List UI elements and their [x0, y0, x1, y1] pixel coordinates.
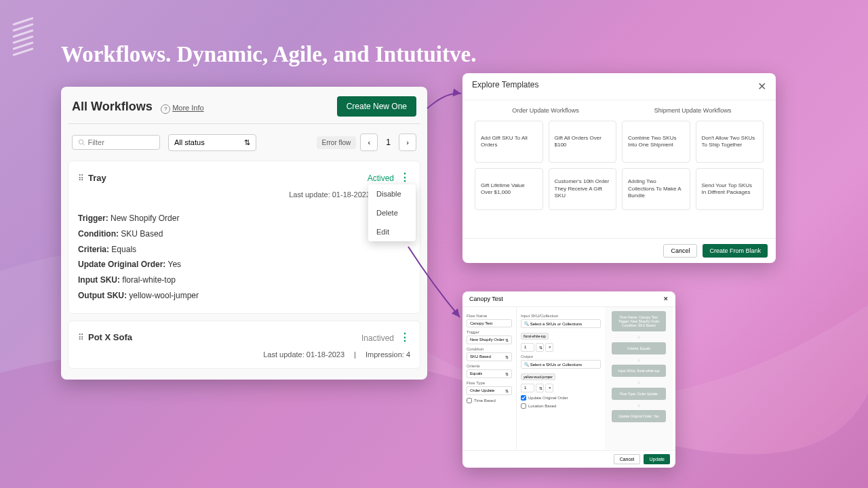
remove-tag[interactable]: × [545, 384, 553, 392]
qty-up[interactable]: ⇅ [536, 343, 544, 352]
qty-up[interactable]: ⇅ [536, 384, 544, 392]
template-card[interactable]: Don't Allow Two SKUs To Ship Together [696, 121, 764, 163]
svg-point-0 [79, 140, 83, 144]
criteria-select[interactable]: Equals⇅ [467, 369, 512, 378]
pager-number: 1 [382, 138, 395, 147]
editor-title: Canopy Test [469, 296, 503, 302]
update-button[interactable]: Update [644, 454, 670, 464]
template-card[interactable]: Gift Lifetime Value Over $1,000 [475, 168, 543, 210]
filter-input[interactable] [87, 138, 154, 146]
location-based-checkbox[interactable]: Location Based [521, 403, 601, 409]
label-input-sku: Input SKU/Collection [521, 314, 601, 318]
kebab-icon[interactable]: ⋮ [399, 331, 410, 343]
templates-modal: Explore Templates ✕ Order Update Workflo… [462, 73, 776, 263]
search-icon [78, 138, 85, 146]
svg-line-1 [83, 144, 85, 146]
status-select[interactable]: All status⇅ [168, 134, 256, 151]
time-based-checkbox[interactable]: Time Based [467, 398, 512, 403]
kebab-icon[interactable]: ⋮ [399, 171, 410, 183]
template-card[interactable]: Add Gift SKU To All Orders [475, 121, 543, 163]
menu-edit[interactable]: Edit [368, 222, 416, 241]
close-icon[interactable]: ✕ [757, 80, 766, 93]
label-flow-type: Flow Type [467, 381, 512, 385]
pager-next-button[interactable]: › [399, 134, 416, 151]
menu-disable[interactable]: Disable [368, 184, 416, 203]
update-orig-checkbox[interactable]: Update Original Order [521, 395, 601, 401]
label-flow-name: Flow Name [467, 314, 512, 318]
template-card[interactable]: Gift All Orders Over $100 [549, 121, 617, 163]
condition-select[interactable]: SKU Based⇅ [467, 352, 512, 361]
workflows-panel: All Workflows More Info Create New One A… [61, 87, 427, 380]
label-criteria: Criteria [467, 364, 512, 368]
col-title-order: Order Update Workflows [472, 107, 619, 114]
decorative-lines [12, 20, 34, 57]
flow-diagram: Flow Name: Canopy Test Trigger: New Shop… [605, 307, 673, 449]
label-condition: Condition [467, 347, 512, 351]
filter-input-wrap[interactable] [72, 135, 160, 150]
label-trigger: Trigger [467, 330, 512, 334]
workflow-name: Tray [88, 173, 106, 183]
error-flow-badge[interactable]: Error flow [317, 136, 357, 149]
chevron-updown-icon: ⇅ [244, 138, 250, 147]
flow-node: Flow Type: Order Update [612, 388, 666, 400]
flow-node: Update Original Order: Yes [612, 410, 666, 422]
workflow-details: Trigger: New Shopify Order Condition: SK… [78, 211, 410, 304]
cancel-button[interactable]: Cancel [614, 454, 641, 464]
pager-prev-button[interactable]: ‹ [360, 134, 378, 151]
workflow-name: Pot X Sofa [88, 332, 132, 342]
label-output: Output [521, 354, 601, 359]
output-search-input[interactable]: 🔍 Select a SKUs or Collections [521, 360, 601, 369]
cancel-button[interactable]: Cancel [663, 244, 697, 258]
create-new-button[interactable]: Create New One [337, 96, 416, 117]
divider-pipe: | [354, 350, 356, 359]
flow-node: Criteria: Equals [612, 342, 666, 354]
workflow-item: ⠿Pot X Sofa Inactived⋮ Last update: 01-1… [68, 321, 420, 369]
flow-name-input[interactable]: Canopy Test [467, 319, 512, 327]
workflows-title: All Workflows [72, 100, 153, 113]
editor-panel: Canopy Test ✕ Flow Name Canopy Test Trig… [462, 291, 675, 468]
sku-search-input[interactable]: 🔍 Select a SKUs or Collections [521, 319, 601, 328]
template-card[interactable]: Adding Two Collections To Make A Bundle [622, 168, 690, 210]
drag-icon[interactable]: ⠿ [78, 174, 83, 183]
status-inactived: Inactived [361, 333, 394, 343]
qty-input[interactable]: 1 [521, 384, 534, 392]
impression: Impression: 4 [366, 350, 410, 359]
flow-type-select[interactable]: Order Update⇅ [467, 386, 512, 395]
drag-icon[interactable]: ⠿ [78, 333, 83, 342]
status-actived: Actived [368, 174, 394, 183]
last-update: Last update: 01-18-2023 [289, 190, 370, 199]
page-heading: Workflows. Dynamic, Agile, and Intutuitv… [61, 42, 476, 67]
templates-title: Explore Templates [472, 80, 539, 93]
more-info-link[interactable]: More Info [161, 104, 203, 112]
remove-tag[interactable]: × [545, 343, 553, 352]
create-from-blank-button[interactable]: Create From Blank [703, 244, 768, 258]
flow-node: Input SKUs: floral-white-top [612, 365, 666, 377]
trigger-select[interactable]: New Shopify Order⇅ [467, 336, 512, 344]
template-card[interactable]: Combine Two SKUs Into One Shipment [622, 121, 690, 163]
qty-input[interactable]: 1 [521, 343, 534, 352]
connector-arrow-icon [426, 88, 467, 115]
sku-tag[interactable]: floral-white-top [521, 333, 549, 340]
close-icon[interactable]: ✕ [663, 296, 669, 302]
workflow-item: ⠿Tray Actived⋮ Last update: 01-18-2023 |… [68, 161, 420, 314]
template-card[interactable]: Customer's 10th Order They Receive A Gif… [549, 168, 617, 210]
sku-tag[interactable]: yellow-wool-jumper [521, 373, 555, 380]
last-update: Last update: 01-18-2023 [263, 350, 344, 359]
col-title-shipment: Shipment Update Workflows [619, 107, 766, 114]
flow-node: Flow Name: Canopy Test Trigger: New Shop… [612, 311, 666, 331]
template-card[interactable]: Send Your Top SKUs In Diffrent Packages [696, 168, 764, 210]
menu-delete[interactable]: Delete [368, 203, 416, 222]
action-menu: Disable Delete Edit [368, 184, 416, 241]
